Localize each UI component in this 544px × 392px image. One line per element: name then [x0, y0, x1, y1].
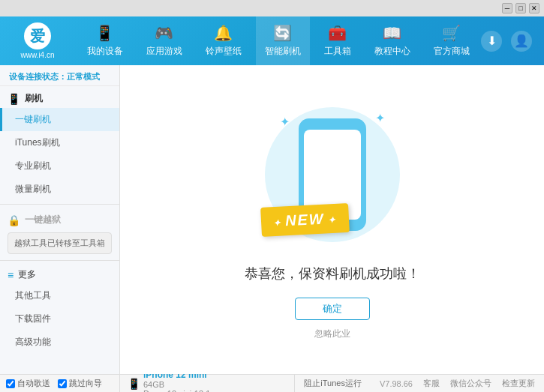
check-update-link[interactable]: 检查更新 [502, 378, 535, 389]
download-fw-label: 下载固件 [15, 313, 51, 324]
flash-section-title: 刷机 [25, 92, 43, 105]
new-badge: NEW [260, 202, 350, 236]
maximize-button[interactable]: □ [515, 3, 526, 13]
bottom-right-section: V7.98.66 客服 微信公众号 检查更新 [371, 378, 544, 389]
skip-wizard-input[interactable] [58, 379, 67, 388]
device-firmware: Down-12mini-13,1 [143, 389, 210, 393]
flash-section-header: 📱 刷机 [0, 86, 119, 108]
nav-ringtone-label: 铃声壁纸 [206, 45, 242, 58]
itunes-label: 阻止iTunes运行 [304, 378, 362, 389]
connection-status: 设备连接状态：正常模式 [0, 65, 119, 86]
more-section-header: ≡ 更多 [0, 264, 119, 284]
nav-smart-flash[interactable]: 🔄 智能刷机 [256, 16, 310, 65]
logo-icon: 爱 [24, 22, 51, 49]
bottom-bar: 自动歌送 跳过向导 📱 iPhone 12 mini 64GB Down-12m… [0, 374, 544, 392]
sidebar-divider-2 [0, 260, 119, 261]
sidebar-item-download-fw[interactable]: 下载固件 [0, 307, 119, 331]
title-bar: ─ □ ✕ [0, 0, 544, 16]
checkbox-area: 自动歌送 跳过向导 [6, 378, 102, 389]
toolbox-icon: 🧰 [328, 24, 347, 42]
itunes-bar: 阻止iTunes运行 [294, 375, 371, 392]
status-value: 正常模式 [67, 72, 100, 81]
device-storage: 64GB [143, 380, 210, 389]
ringtone-icon: 🔔 [214, 24, 233, 42]
minimize-button[interactable]: ─ [502, 3, 512, 13]
sidebar-item-one-key-flash[interactable]: 一键刷机 [0, 108, 119, 131]
nav-smart-flash-label: 智能刷机 [265, 45, 301, 58]
nav-my-device[interactable]: 📱 我的设备 [78, 16, 132, 65]
close-button[interactable]: ✕ [529, 3, 539, 13]
jailbreak-section-title: 一键越狱 [25, 214, 61, 226]
auto-close-input[interactable] [6, 379, 15, 388]
sidebar: 设备连接状态：正常模式 📱 刷机 一键刷机 iTunes刷机 专业刷机 微量刷机… [0, 65, 120, 374]
sidebar-item-advanced[interactable]: 高级功能 [0, 331, 119, 354]
save-flash-label: 微量刷机 [15, 184, 51, 194]
main-area: 设备连接状态：正常模式 📱 刷机 一键刷机 iTunes刷机 专业刷机 微量刷机… [0, 65, 544, 374]
logo-area[interactable]: 爱 www.i4.cn [0, 16, 75, 65]
nav-tutorial-label: 教程中心 [374, 45, 410, 58]
flash-section-icon: 📱 [8, 93, 20, 105]
device-icon: 📱 [128, 378, 140, 390]
more-section-icon: ≡ [8, 269, 14, 281]
nav-my-device-label: 我的设备 [87, 45, 123, 58]
pro-flash-label: 专业刷机 [15, 160, 51, 171]
nav-bar: 📱 我的设备 🎮 应用游戏 🔔 铃声壁纸 🔄 智能刷机 🧰 工具箱 📖 教程中心… [75, 16, 481, 65]
service-link[interactable]: 客服 [423, 378, 440, 389]
phone-illustration: ✦ ✦ ✦ NEW [257, 100, 407, 250]
wechat-link[interactable]: 微信公众号 [450, 378, 491, 389]
logo-url: www.i4.cn [20, 51, 54, 59]
official-store-icon: 🛒 [442, 24, 461, 42]
sparkle-2: ✦ [375, 111, 385, 125]
apps-games-icon: 🎮 [155, 24, 173, 42]
one-key-flash-label: 一键刷机 [15, 114, 51, 124]
skip-wizard-checkbox[interactable]: 跳过向导 [58, 378, 102, 389]
version-label: V7.98.66 [380, 379, 413, 388]
nav-apps-games-label: 应用游戏 [146, 45, 182, 58]
confirm-button[interactable]: 确定 [295, 298, 370, 320]
skip-wizard-label: 跳过向导 [69, 378, 102, 389]
download-button[interactable]: ⬇ [481, 31, 502, 52]
status-label: 设备连接状态： [9, 72, 67, 81]
smart-flash-icon: 🔄 [273, 24, 292, 42]
sidebar-item-other-tools[interactable]: 其他工具 [0, 284, 119, 307]
success-message: 恭喜您，保资料刷机成功啦！ [245, 265, 420, 283]
nav-toolbox-label: 工具箱 [324, 45, 351, 58]
nav-official-store-label: 官方商城 [434, 45, 470, 58]
nav-official-store[interactable]: 🛒 官方商城 [425, 16, 479, 65]
user-button[interactable]: 👤 [511, 31, 532, 52]
jailbreak-section-header: 🔒 一键越狱 [0, 208, 119, 229]
auto-close-label: 自动歌送 [17, 378, 50, 389]
advanced-label: 高级功能 [15, 337, 51, 347]
sidebar-divider-1 [0, 204, 119, 205]
nav-toolbox[interactable]: 🧰 工具箱 [315, 16, 360, 65]
sidebar-item-itunes-flash[interactable]: iTunes刷机 [0, 131, 119, 154]
jailbreak-note-text: 越狱工具已转移至工具箱 [14, 238, 105, 247]
nav-tutorial[interactable]: 📖 教程中心 [365, 16, 419, 65]
nav-apps-games[interactable]: 🎮 应用游戏 [137, 16, 191, 65]
itunes-flash-label: iTunes刷机 [15, 137, 60, 148]
bottom-left-section: 自动歌送 跳过向导 [0, 375, 120, 392]
header: 爱 www.i4.cn 📱 我的设备 🎮 应用游戏 🔔 铃声壁纸 🔄 智能刷机 … [0, 16, 544, 65]
content-area: ✦ ✦ ✦ NEW 恭喜您，保资料刷机成功啦！ 确定 忽略此业 [120, 65, 544, 374]
jailbreak-section-icon: 🔒 [8, 214, 20, 226]
nav-right-buttons: ⬇ 👤 [481, 31, 544, 52]
more-section-title: 更多 [18, 268, 36, 281]
auto-close-checkbox[interactable]: 自动歌送 [6, 378, 50, 389]
ignore-link[interactable]: 忽略此业 [314, 328, 350, 340]
tutorial-icon: 📖 [383, 24, 401, 42]
my-device-icon: 📱 [95, 24, 114, 42]
nav-ringtone[interactable]: 🔔 铃声壁纸 [197, 16, 251, 65]
sidebar-item-save-flash[interactable]: 微量刷机 [0, 178, 119, 201]
jailbreak-note: 越狱工具已转移至工具箱 [8, 232, 112, 254]
other-tools-label: 其他工具 [15, 290, 51, 301]
sidebar-item-pro-flash[interactable]: 专业刷机 [0, 154, 119, 178]
sparkle-1: ✦ [280, 115, 290, 129]
